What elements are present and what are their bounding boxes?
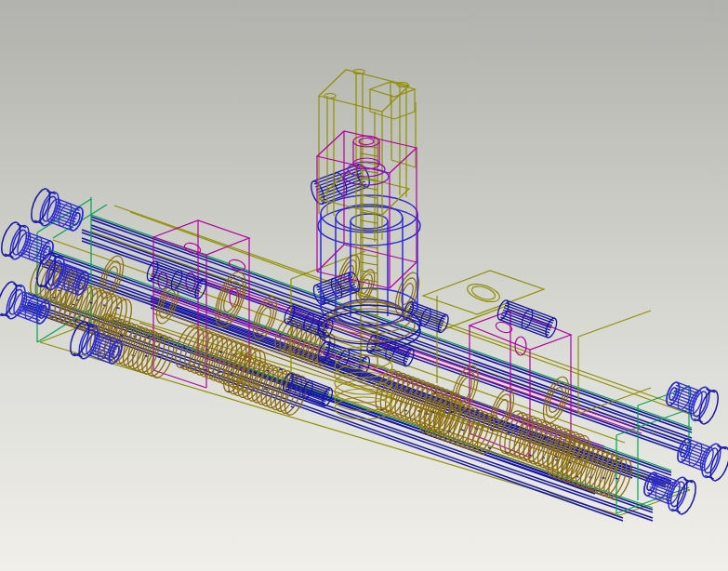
mid-block-depth-edge-3 xyxy=(578,311,651,337)
tower-notch-bottom-2 xyxy=(394,112,415,119)
punch-cylinder-inner-bottom-rim xyxy=(336,299,403,325)
bolt-left-2 xyxy=(0,220,56,266)
bolt-right-1 xyxy=(664,380,721,426)
tower-post-cap-1 xyxy=(324,94,336,99)
tower-side-tab-bottom xyxy=(391,160,416,167)
wireframe-assembly-drawing xyxy=(0,0,728,571)
cad-viewport[interactable] xyxy=(0,0,728,571)
top-face-panel-bore xyxy=(465,281,501,305)
stripper-box-bottom-2 xyxy=(344,245,417,262)
tower-top-face xyxy=(319,70,409,112)
shank-cylinder-top-rim xyxy=(353,136,379,147)
bolt-left-1 xyxy=(28,187,86,232)
stripper-box-top-face xyxy=(317,131,417,173)
punch-cylinder-inner-top-rim xyxy=(336,205,403,231)
top-face-panel-bore-inner xyxy=(470,284,496,301)
dowel-pin-7 xyxy=(496,299,559,339)
